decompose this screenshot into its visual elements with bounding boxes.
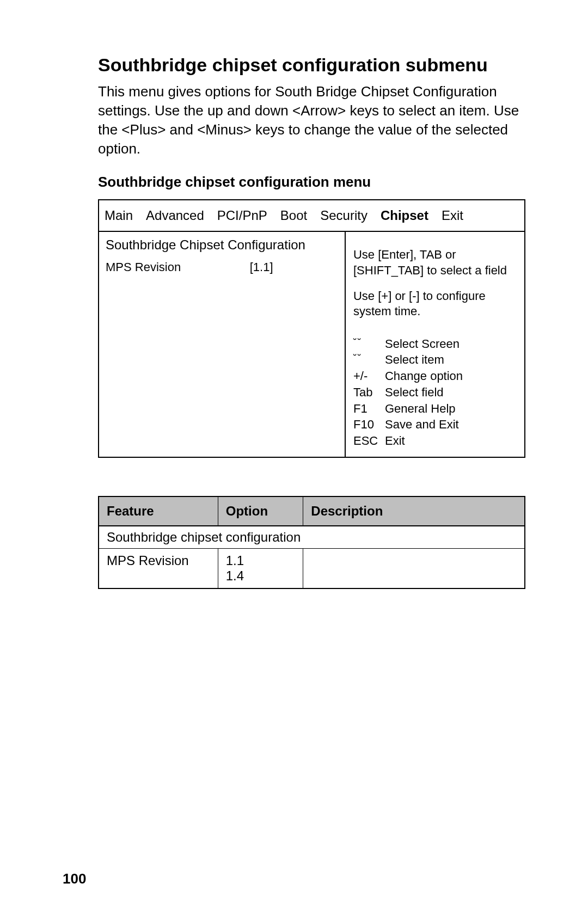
table-header-description: Description bbox=[303, 496, 525, 526]
key-desc: Exit bbox=[385, 433, 517, 449]
feature-table: Feature Option Description Southbridge c… bbox=[98, 496, 525, 589]
bios-help-text-1: Use [Enter], TAB or [SHIFT_TAB] to selec… bbox=[353, 247, 517, 278]
bios-panel-title: Southbridge Chipset Configuration bbox=[106, 237, 338, 253]
bios-tab-main[interactable]: Main bbox=[105, 208, 133, 223]
key-arrow-v-icon: ˘˘ bbox=[353, 352, 385, 368]
page-number: 100 bbox=[63, 870, 86, 887]
bios-help-panel: Use [Enter], TAB or [SHIFT_TAB] to selec… bbox=[346, 232, 524, 456]
bios-tab-advanced[interactable]: Advanced bbox=[146, 208, 204, 223]
subheading: Southbridge chipset configuration menu bbox=[98, 174, 525, 191]
section-heading: Southbridge chipset configuration submen… bbox=[98, 54, 525, 76]
table-header-option: Option bbox=[218, 496, 303, 526]
key-desc: Change option bbox=[385, 368, 517, 384]
key-arrow-h-icon: ˘˘ bbox=[353, 336, 385, 352]
table-cell-feature: MPS Revision bbox=[99, 548, 218, 588]
key-esc: ESC bbox=[353, 433, 385, 449]
table-cell-option: 1.1 1.4 bbox=[218, 548, 303, 588]
bios-tab-pcipnp[interactable]: PCI/PnP bbox=[217, 208, 267, 223]
bios-tab-row: Main Advanced PCI/PnP Boot Security Chip… bbox=[99, 200, 524, 232]
bios-tab-security[interactable]: Security bbox=[320, 208, 367, 223]
table-header-feature: Feature bbox=[99, 496, 218, 526]
key-plusminus: +/- bbox=[353, 368, 385, 384]
key-desc: Select Screen bbox=[385, 336, 517, 352]
bios-left-panel: Southbridge Chipset Configuration MPS Re… bbox=[99, 232, 346, 456]
bios-help-text-2: Use [+] or [-] to configure system time. bbox=[353, 289, 517, 320]
table-group-label: Southbridge chipset configuration bbox=[99, 526, 525, 549]
key-desc: Select field bbox=[385, 384, 517, 401]
bios-setting-value: [1.1] bbox=[250, 260, 338, 274]
bios-screenshot-box: Main Advanced PCI/PnP Boot Security Chip… bbox=[98, 199, 525, 457]
bios-setting-row[interactable]: MPS Revision [1.1] bbox=[106, 260, 338, 274]
bios-tab-chipset[interactable]: Chipset bbox=[381, 208, 428, 223]
intro-paragraph: This menu gives options for South Bridge… bbox=[98, 82, 525, 158]
bios-setting-label: MPS Revision bbox=[106, 260, 250, 274]
key-tab: Tab bbox=[353, 384, 385, 401]
bios-tab-exit[interactable]: Exit bbox=[442, 208, 463, 223]
table-group-row: Southbridge chipset configuration bbox=[99, 526, 525, 549]
key-f1: F1 bbox=[353, 401, 385, 417]
bios-key-help: ˘˘Select Screen ˘˘Select item +/-Change … bbox=[353, 336, 517, 449]
table-cell-description bbox=[303, 548, 525, 588]
table-row: MPS Revision 1.1 1.4 bbox=[99, 548, 525, 588]
bios-tab-boot[interactable]: Boot bbox=[280, 208, 307, 223]
key-desc: General Help bbox=[385, 401, 517, 417]
key-desc: Select item bbox=[385, 352, 517, 368]
key-f10: F10 bbox=[353, 416, 385, 433]
key-desc: Save and Exit bbox=[385, 416, 517, 433]
